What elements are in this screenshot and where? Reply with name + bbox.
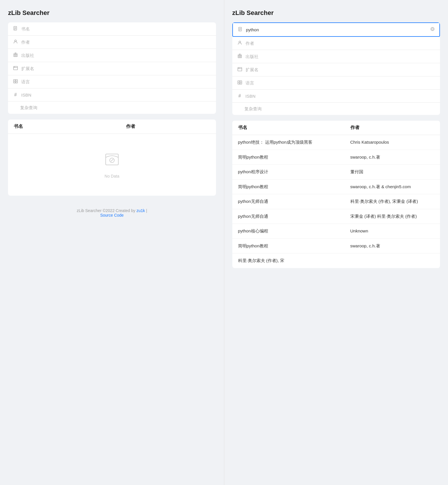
cell-title: 简明python教程 — [232, 243, 345, 249]
cell-author: swaroop, c.h.著 — [345, 243, 440, 249]
right-search-section: # — [232, 22, 440, 115]
right-complex-input[interactable] — [237, 106, 436, 111]
svg-point-26 — [239, 41, 241, 43]
cell-author: 宋秉金 (译者) 科里·奥尔索夫 (作者) — [345, 213, 440, 220]
hash-icon: # — [13, 92, 18, 97]
left-field-language[interactable] — [8, 75, 216, 88]
right-isbn-input[interactable] — [246, 94, 436, 99]
left-col-title: 书名 — [8, 124, 120, 130]
footer-separator: | — [145, 208, 147, 213]
right-field-publisher[interactable] — [232, 50, 440, 63]
right-building-icon — [237, 54, 243, 59]
right-person-icon — [237, 41, 243, 46]
cell-title: python核心编程 — [232, 228, 345, 234]
table-row[interactable]: python无师自通 宋秉金 (译者) 科里·奥尔索夫 (作者) — [232, 209, 440, 224]
table-row[interactable]: 简明python教程 swaroop, c.h.著 — [232, 150, 440, 165]
cell-title: python程序设计 — [232, 169, 345, 175]
cell-title: python无师自通 — [232, 213, 345, 220]
left-field-extension[interactable] — [8, 62, 216, 75]
footer-text: zLib Searcher ©2022 Created by — [77, 208, 136, 213]
right-author-input[interactable] — [246, 41, 436, 46]
right-col-author: 作者 — [345, 125, 440, 131]
left-no-data: No Data — [8, 134, 216, 196]
file-icon — [13, 26, 18, 32]
left-extension-input[interactable] — [21, 66, 211, 71]
svg-rect-5 — [14, 54, 17, 57]
source-code-link[interactable]: Source Code — [100, 213, 124, 218]
footer-author-link[interactable]: zu1k — [136, 208, 145, 213]
left-search-section: # — [8, 22, 216, 114]
cell-author: 科里·奥尔索夫 (作者), 宋秉金 (译者) — [345, 198, 440, 205]
cell-title: python绝技： 运用python成为顶级黑客 — [232, 139, 345, 146]
left-author-input[interactable] — [21, 40, 211, 45]
cell-title: python无师自通 — [232, 198, 345, 205]
right-title: zLib Searcher — [232, 9, 440, 17]
left-panel: zLib Searcher — [0, 0, 224, 485]
cell-author: Chris Katsaropoulos — [345, 139, 440, 146]
left-field-author[interactable] — [8, 36, 216, 49]
svg-line-18 — [111, 159, 113, 161]
table-row[interactable]: python绝技： 运用python成为顶级黑客 Chris Katsaropo… — [232, 135, 440, 150]
cell-author: 董付国 — [345, 169, 440, 175]
right-publisher-input[interactable] — [246, 54, 436, 59]
left-field-publisher[interactable] — [8, 49, 216, 62]
right-results-header: 书名 作者 — [232, 121, 440, 135]
left-isbn-input[interactable] — [21, 93, 211, 97]
right-extension-icon — [237, 67, 243, 72]
right-panel: zLib Searcher — [224, 0, 448, 485]
right-title-input[interactable] — [246, 27, 428, 32]
left-results-section: 书名 作者 No Data — [8, 120, 216, 196]
svg-point-4 — [15, 40, 16, 42]
cell-author: Unknown — [345, 228, 440, 234]
right-file-icon — [237, 27, 243, 32]
left-field-title[interactable] — [8, 22, 216, 36]
left-col-author: 作者 — [120, 124, 216, 130]
table-row[interactable]: python程序设计 董付国 — [232, 165, 440, 180]
right-hash-icon: # — [237, 93, 243, 99]
right-field-complex[interactable] — [232, 103, 440, 115]
building-icon — [13, 53, 18, 58]
left-complex-input[interactable] — [13, 105, 211, 110]
right-field-language[interactable] — [232, 76, 440, 90]
right-col-title: 书名 — [232, 125, 345, 131]
left-results-header: 书名 作者 — [8, 120, 216, 134]
left-field-complex[interactable] — [8, 101, 216, 114]
svg-rect-33 — [238, 68, 242, 71]
cell-title: 简明python教程 — [232, 154, 345, 161]
cell-title: 科里·奥尔索夫 (作者), 宋 — [232, 257, 345, 264]
svg-rect-11 — [13, 66, 18, 70]
no-data-icon — [103, 151, 121, 170]
clear-icon[interactable] — [430, 27, 435, 32]
right-language-input[interactable] — [246, 80, 436, 85]
table-row[interactable]: 简明python教程 swaroop, c.h.著 & chenjin5.com — [232, 180, 440, 195]
right-rows-container: python绝技： 运用python成为顶级黑客 Chris Katsaropo… — [232, 135, 440, 268]
right-results-section: 书名 作者 python绝技： 运用python成为顶级黑客 Chris Kat… — [232, 121, 440, 268]
cell-title: 简明python教程 — [232, 184, 345, 190]
extension-icon — [13, 66, 18, 71]
cell-author: swaroop, c.h.著 — [345, 154, 440, 161]
right-language-icon — [237, 80, 243, 86]
left-footer: zLib Searcher ©2022 Created by zu1k | So… — [8, 201, 216, 224]
right-field-extension[interactable] — [232, 63, 440, 76]
svg-rect-27 — [238, 55, 242, 58]
left-language-input[interactable] — [21, 79, 211, 84]
table-row[interactable]: python无师自通 科里·奥尔索夫 (作者), 宋秉金 (译者) — [232, 194, 440, 209]
right-field-title[interactable] — [232, 22, 440, 37]
cell-author: swaroop, c.h.著 & chenjin5.com — [345, 184, 440, 190]
no-data-text: No Data — [105, 174, 119, 178]
left-field-isbn[interactable]: # — [8, 88, 216, 101]
person-icon — [13, 39, 18, 45]
table-row[interactable]: 简明python教程 swaroop, c.h.著 — [232, 239, 440, 254]
table-row[interactable]: python核心编程 Unknown — [232, 224, 440, 239]
left-title-input[interactable] — [21, 26, 211, 31]
right-extension-input[interactable] — [246, 67, 436, 72]
table-row[interactable]: 科里·奥尔索夫 (作者), 宋 — [232, 253, 440, 268]
left-publisher-input[interactable] — [21, 53, 211, 58]
language-icon — [13, 79, 18, 84]
right-field-author[interactable] — [232, 37, 440, 50]
left-title: zLib Searcher — [8, 9, 216, 17]
right-field-isbn[interactable]: # — [232, 90, 440, 103]
